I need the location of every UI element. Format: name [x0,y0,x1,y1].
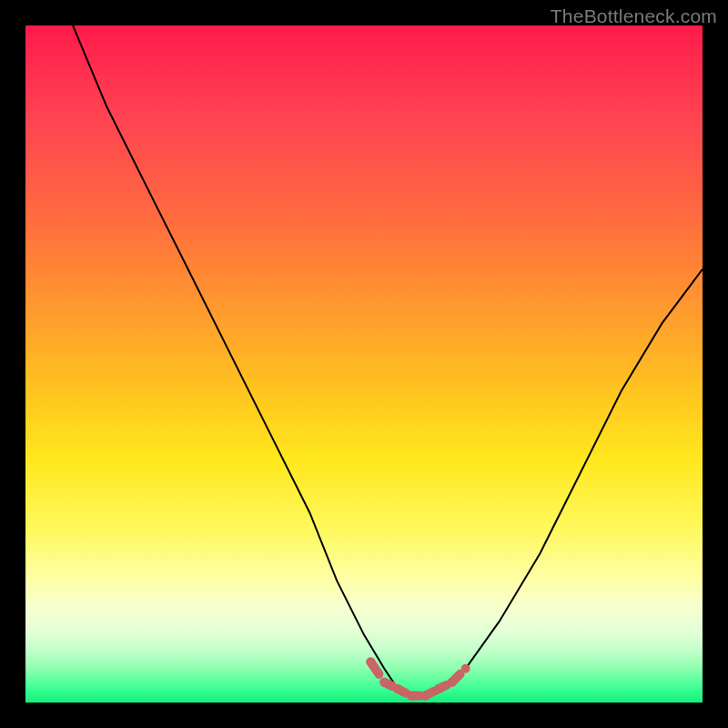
highlight-dot [461,664,470,673]
bottleneck-curve [73,25,703,696]
highlight-dot [366,657,375,666]
highlight-dot [434,684,443,693]
highlight-dot [379,678,389,687]
highlight-dot [448,678,457,687]
highlight-dot [407,692,416,701]
curve-layer [25,25,703,703]
highlight-dot [393,684,402,693]
plot-area [25,25,703,703]
watermark-text: TheBottleneck.com [551,5,717,27]
chart-frame: TheBottleneck.com [0,0,728,728]
highlight-dot [420,692,430,701]
